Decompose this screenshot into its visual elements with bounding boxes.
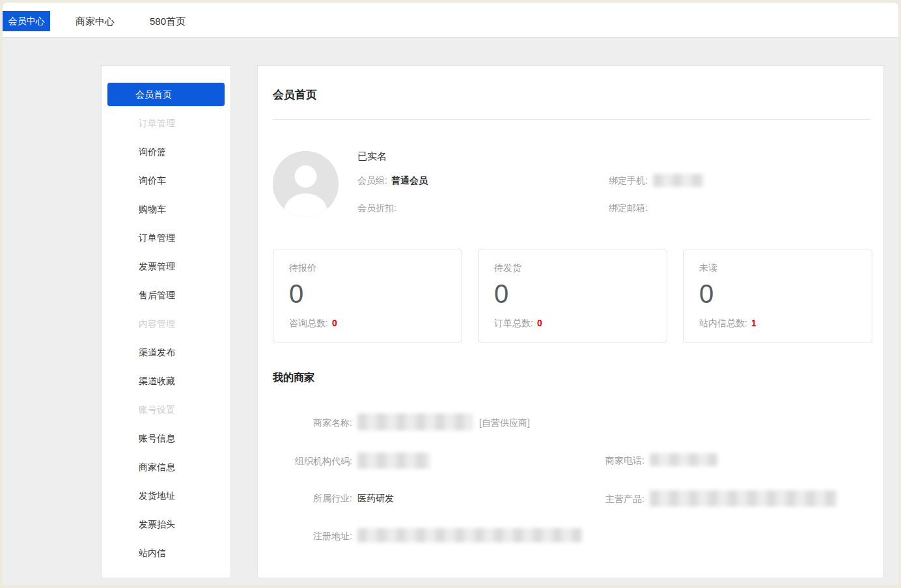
verified-badge: 已实名 xyxy=(357,150,387,163)
stat-card-footer: 站内信总数:1 xyxy=(699,318,756,329)
tab-merchant-center[interactable]: 商家中心 xyxy=(76,16,115,28)
stat-card-count: 0 xyxy=(699,279,856,308)
stat-card-footer: 咨询总数:0 xyxy=(289,318,337,329)
member-group-label: 会员组: xyxy=(357,175,387,186)
sidebar-item-inquiry-basket[interactable]: 询价篮 xyxy=(102,137,230,166)
sidebar-menu: 会员首页 订单管理 询价篮 询价车 购物车 订单管理 发票管理 售后管理 内容管… xyxy=(102,80,230,567)
avatar xyxy=(273,151,339,217)
member-discount-row: 会员折扣: xyxy=(357,203,400,214)
sidebar-item-invoice-mgmt[interactable]: 发票管理 xyxy=(102,252,230,281)
bound-phone-row: 绑定手机: xyxy=(609,175,704,187)
title-divider xyxy=(273,119,870,120)
page-title: 会员首页 xyxy=(273,87,317,102)
bound-phone-redacted-value xyxy=(653,174,704,187)
merchant-name-label: 商家名称: xyxy=(273,417,352,429)
bound-email-label: 绑定邮箱: xyxy=(609,203,648,213)
stat-card-pending-shipment: 待发货 0 订单总数:0 xyxy=(478,249,667,343)
merchant-name-row: 商家名称:[自营供应商] xyxy=(273,416,530,430)
sidebar-item-merchant-info[interactable]: 商家信息 xyxy=(102,453,230,481)
industry-row: 所属行业:医药研发 xyxy=(273,493,394,505)
sidebar-item-aftersales-mgmt[interactable]: 售后管理 xyxy=(102,281,230,309)
registered-address-label: 注册地址: xyxy=(273,531,352,542)
merchant-tel-redacted-value xyxy=(650,453,717,466)
sidebar-item-shipping-address[interactable]: 发货地址 xyxy=(102,481,230,510)
main-products-row: 主营产品: xyxy=(566,493,837,507)
sidebar-group-order-mgmt: 订单管理 xyxy=(102,109,230,137)
default-avatar-icon xyxy=(273,151,339,217)
org-code-row: 组织机构代码: xyxy=(273,455,430,469)
sidebar-item-site-message[interactable]: 站内信 xyxy=(102,539,230,567)
sidebar-item-shopping-cart[interactable]: 购物车 xyxy=(102,195,230,223)
merchant-name-suffix: [自营供应商] xyxy=(479,417,530,428)
sidebar-item-channel-publish[interactable]: 渠道发布 xyxy=(102,338,230,367)
sidebar-group-account-setting: 账号设置 xyxy=(102,395,230,424)
sidebar-group-content-mgmt: 内容管理 xyxy=(102,309,230,338)
stat-card-count: 0 xyxy=(494,279,651,308)
sidebar-item-invoice-title[interactable]: 发票抬头 xyxy=(102,510,230,539)
stat-card-pending-quote: 待报价 0 咨询总数:0 xyxy=(273,249,462,343)
bound-phone-label: 绑定手机: xyxy=(609,175,648,186)
sidebar-item-channel-favorite[interactable]: 渠道收藏 xyxy=(102,367,230,395)
stat-card-count: 0 xyxy=(289,279,446,308)
sidebar: 会员首页 订单管理 询价篮 询价车 购物车 订单管理 发票管理 售后管理 内容管… xyxy=(101,65,231,578)
stat-footer-label: 站内信总数: xyxy=(699,318,747,328)
main-products-redacted-value xyxy=(650,490,837,507)
merchant-tel-row: 商家电话: xyxy=(566,455,717,467)
industry-value: 医药研发 xyxy=(357,493,394,503)
member-discount-label: 会员折扣: xyxy=(357,203,396,213)
org-code-label: 组织机构代码: xyxy=(273,456,352,468)
stat-card-title: 待发货 xyxy=(494,262,651,274)
main-products-label: 主营产品: xyxy=(566,494,645,505)
member-group-row: 会员组:普通会员 xyxy=(357,175,428,187)
merchant-section-title: 我的商家 xyxy=(273,371,314,385)
registered-address-redacted-value xyxy=(357,528,582,542)
stat-footer-label: 咨询总数: xyxy=(289,318,328,328)
stat-card-title: 未读 xyxy=(699,262,856,274)
main-panel: 会员首页 已实名 会员组:普通会员 会员折扣: 绑定手机: 绑定邮箱: 待报价 … xyxy=(257,65,884,578)
registered-address-row: 注册地址: xyxy=(273,531,582,542)
stat-footer-value: 0 xyxy=(537,318,542,328)
sidebar-item-order-mgmt[interactable]: 订单管理 xyxy=(102,223,230,252)
sidebar-item-member-home[interactable]: 会员首页 xyxy=(107,83,225,106)
sidebar-item-account-info[interactable]: 账号信息 xyxy=(102,424,230,453)
merchant-name-redacted-value xyxy=(357,413,473,430)
org-code-redacted-value xyxy=(357,453,430,469)
industry-label: 所属行业: xyxy=(273,493,352,505)
merchant-tel-label: 商家电话: xyxy=(566,455,645,467)
stat-card-unread: 未读 0 站内信总数:1 xyxy=(683,249,872,343)
member-center-page: 会员中心 商家中心 580首页 会员首页 订单管理 询价篮 询价车 购物车 订单… xyxy=(3,3,898,585)
bound-email-row: 绑定邮箱: xyxy=(609,203,652,214)
top-navigation-bar: 会员中心 商家中心 580首页 xyxy=(3,3,898,38)
member-group-value: 普通会员 xyxy=(391,175,428,186)
stat-card-footer: 订单总数:0 xyxy=(494,318,542,329)
stat-footer-value: 0 xyxy=(332,318,337,328)
sidebar-item-inquiry-cart[interactable]: 询价车 xyxy=(102,166,230,195)
tab-member-center[interactable]: 会员中心 xyxy=(3,11,50,31)
stat-card-title: 待报价 xyxy=(289,262,446,274)
tab-580-home[interactable]: 580首页 xyxy=(150,16,186,28)
stat-footer-value: 1 xyxy=(751,318,756,328)
stat-footer-label: 订单总数: xyxy=(494,318,533,328)
